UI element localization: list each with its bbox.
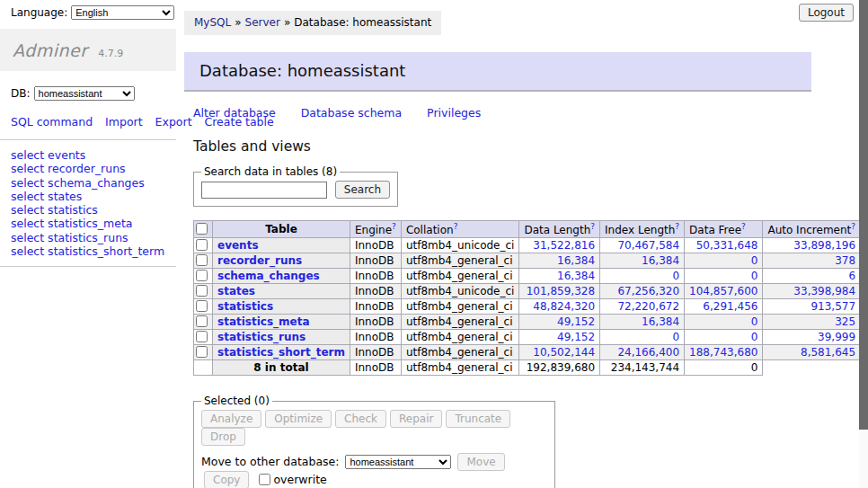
table-link-statistics[interactable]: statistics	[217, 300, 273, 313]
index-length-link[interactable]: 16,384	[642, 315, 679, 328]
row-checkbox-statistics[interactable]	[196, 300, 208, 312]
sidebar-action-link[interactable]: Import	[105, 115, 143, 129]
data-length-link[interactable]: 10,502,144	[533, 346, 595, 359]
data-length-link[interactable]: 49,152	[557, 331, 595, 343]
select-all-checkbox[interactable]	[196, 223, 208, 235]
data-length-link[interactable]: 48,824,320	[533, 300, 595, 313]
sidebar-item-select-states[interactable]: select states	[11, 190, 169, 203]
search-input[interactable]	[201, 182, 327, 199]
index-length-link[interactable]: 16,384	[642, 254, 679, 267]
scrollbar-thumb[interactable]	[859, 0, 868, 430]
data-free-link[interactable]: 104,857,600	[689, 285, 757, 297]
table-link-recorder_runs[interactable]: recorder_runs	[217, 254, 302, 267]
search-button[interactable]: Search	[335, 181, 390, 199]
overwrite-option[interactable]: overwrite	[259, 473, 326, 486]
auto-increment-link[interactable]: 6	[848, 270, 855, 282]
sidebar-item-select-recorder_runs[interactable]: select recorder_runs	[11, 162, 169, 175]
engine-cell: InnoDB	[350, 284, 401, 299]
auto-increment-link[interactable]: 378	[835, 254, 855, 267]
data-free-link[interactable]: 6,291,456	[703, 300, 757, 313]
breadcrumb-link-server-type[interactable]: MySQL	[194, 16, 231, 29]
auto-increment-link[interactable]: 39,999	[818, 331, 855, 343]
table-link-statistics_meta[interactable]: statistics_meta	[217, 315, 310, 328]
data-free-link[interactable]: 50,331,648	[696, 239, 758, 252]
language-select[interactable]: English	[71, 5, 174, 20]
help-link[interactable]: ?	[851, 222, 855, 231]
data-free-link[interactable]: 0	[751, 331, 758, 343]
analyze-button[interactable]: Analyze	[201, 410, 261, 428]
data-length-link[interactable]: 31,522,816	[533, 239, 595, 252]
data-free-link[interactable]: 188,743,680	[689, 346, 757, 359]
column-header-table: Table	[213, 221, 350, 238]
sidebar-item-select-events[interactable]: select events	[11, 148, 169, 162]
index-length-cell: 70,467,584	[600, 238, 685, 253]
overwrite-checkbox[interactable]	[259, 474, 270, 485]
row-checkbox-states[interactable]	[196, 285, 208, 297]
truncate-button[interactable]: Truncate	[446, 410, 510, 428]
collation-cell: utf8mb4_general_ci	[401, 299, 519, 315]
row-checkbox-events[interactable]	[196, 239, 208, 251]
help-link[interactable]: ?	[675, 222, 679, 231]
data-length-link[interactable]: 16,384	[557, 270, 595, 282]
sidebar-item-select-statistics_short_term[interactable]: select statistics_short_term	[11, 244, 169, 258]
row-checkbox-schema_changes[interactable]	[196, 270, 208, 281]
data-length-link[interactable]: 49,152	[557, 315, 595, 328]
row-checkbox-recorder_runs[interactable]	[196, 254, 208, 266]
move-button[interactable]: Move	[457, 453, 504, 471]
sidebar-item-select-schema_changes[interactable]: select schema_changes	[11, 176, 169, 190]
engine-cell: InnoDB	[350, 345, 401, 360]
check-button[interactable]: Check	[335, 410, 386, 428]
logout-button[interactable]: Logout	[799, 4, 854, 22]
alter-database-link[interactable]: Alter database	[193, 106, 276, 120]
data-length-link[interactable]: 101,859,328	[527, 285, 595, 297]
help-link[interactable]: ?	[454, 222, 458, 231]
sidebar-item-select-statistics_runs[interactable]: select statistics_runs	[11, 231, 169, 244]
table-link-states[interactable]: states	[217, 285, 255, 297]
auto-increment-cell: 913,577	[763, 299, 861, 315]
data-free-link[interactable]: 0	[751, 270, 758, 282]
index-length-link[interactable]: 0	[672, 270, 679, 282]
drop-button[interactable]: Drop	[201, 428, 245, 446]
auto-increment-link[interactable]: 8,581,645	[801, 346, 855, 359]
row-checkbox-statistics_meta[interactable]	[196, 315, 208, 327]
index-length-link[interactable]: 72,220,672	[617, 300, 679, 313]
auto-increment-link[interactable]: 325	[835, 315, 855, 328]
auto-increment-cell: 8,581,645	[763, 345, 861, 360]
row-checkbox-statistics_short_term[interactable]	[196, 346, 208, 358]
move-database-select[interactable]: homeassistant	[345, 455, 451, 469]
privileges-link[interactable]: Privileges	[427, 106, 481, 120]
optimize-button[interactable]: Optimize	[265, 410, 332, 428]
data-length-link[interactable]: 16,384	[557, 254, 595, 267]
index-length-cell: 0	[600, 330, 685, 345]
row-checkbox-statistics_runs[interactable]	[196, 331, 208, 342]
index-length-link[interactable]: 70,467,584	[617, 239, 679, 252]
collation-cell: utf8mb4_general_ci	[401, 315, 519, 330]
repair-button[interactable]: Repair	[390, 410, 442, 428]
help-link[interactable]: ?	[392, 222, 396, 231]
help-link[interactable]: ?	[741, 222, 746, 231]
auto-increment-link[interactable]: 33,898,196	[793, 239, 855, 252]
data-free-link[interactable]: 0	[751, 315, 758, 328]
index-length-link[interactable]: 0	[672, 331, 679, 343]
table-link-statistics_runs[interactable]: statistics_runs	[217, 331, 306, 343]
index-length-link[interactable]: 67,256,320	[617, 285, 679, 297]
help-link[interactable]: ?	[590, 222, 595, 231]
overwrite-label: overwrite	[273, 473, 326, 486]
db-select[interactable]: homeassistant	[34, 86, 135, 101]
auto-increment-link[interactable]: 33,398,984	[793, 285, 855, 297]
sidebar-action-link[interactable]: SQL command	[11, 115, 93, 129]
index-length-cell: 67,256,320	[600, 284, 685, 299]
breadcrumb-link-server[interactable]: Server	[245, 16, 280, 29]
data-free-link[interactable]: 0	[751, 254, 758, 267]
index-length-link[interactable]: 24,166,400	[617, 346, 679, 359]
auto-increment-link[interactable]: 913,577	[810, 300, 855, 313]
table-link-statistics_short_term[interactable]: statistics_short_term	[217, 346, 345, 359]
table-link-schema_changes[interactable]: schema_changes	[217, 270, 320, 282]
sidebar-item-select-statistics[interactable]: select statistics	[11, 203, 169, 217]
database-schema-link[interactable]: Database schema	[301, 106, 402, 120]
sidebar-item-select-statistics_meta[interactable]: select statistics_meta	[11, 217, 169, 230]
table-link-events[interactable]: events	[217, 239, 259, 252]
copy-button[interactable]: Copy	[204, 471, 249, 488]
index-length-cell: 24,166,400	[600, 345, 685, 360]
vertical-scrollbar[interactable]	[859, 0, 868, 488]
